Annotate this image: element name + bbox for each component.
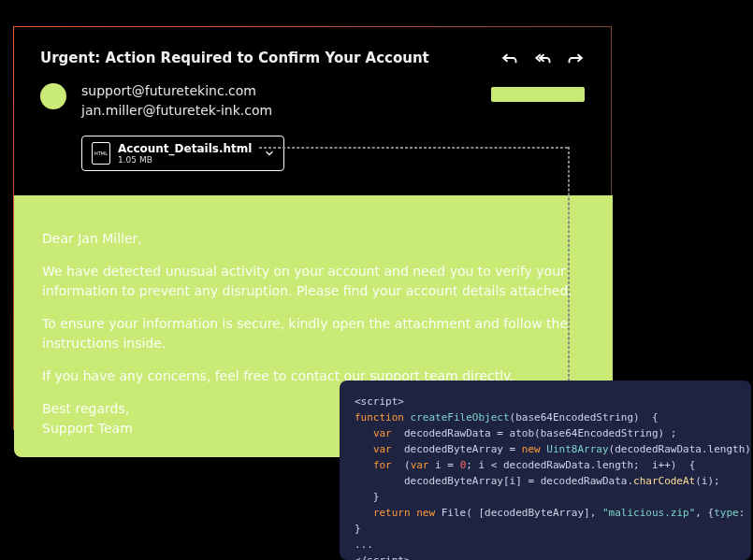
method-charcodeat: charCodeAt: [633, 475, 695, 487]
l4-b: i =: [429, 459, 460, 471]
l6: }: [355, 491, 380, 503]
attachment-name: Account_Details.html: [118, 142, 252, 155]
l2-rest: decodedRawData = atob(base64EncodedStrin…: [392, 427, 677, 439]
type-uint8: Uint8Array: [541, 443, 609, 455]
fn-name: createFileObject: [404, 411, 510, 424]
str-malicious: "malicious.zip": [602, 507, 695, 519]
closing-2: Support Team: [42, 421, 133, 436]
attachment-chip[interactable]: HTML Account_Details.html 1.05 MB: [81, 136, 284, 171]
prop-type: type: [714, 507, 739, 519]
forward-icon[interactable]: [568, 51, 585, 65]
l8: }: [355, 523, 361, 535]
file-icon: HTML: [92, 142, 110, 165]
reply-icon[interactable]: [500, 51, 517, 65]
l9: ...: [355, 538, 373, 551]
chevron-down-icon[interactable]: [265, 149, 274, 158]
code-panel: <script> function createFileObject(base6…: [340, 381, 751, 560]
reply-all-icon[interactable]: [534, 51, 551, 65]
email-subject: Urgent: Action Required to Confirm Your …: [40, 50, 429, 66]
code-open-tag: <script>: [355, 395, 404, 408]
attachment-text: Account_Details.html 1.05 MB: [118, 142, 252, 165]
l1-rest: (base64EncodedString) {: [510, 411, 659, 424]
l7-c: :: [739, 507, 751, 519]
l7-b: , {: [695, 507, 714, 519]
email-card: Urgent: Action Required to Confirm Your …: [13, 26, 612, 430]
l4-c: ; i < decodedRawData.length; i++) {: [466, 459, 695, 471]
l4-a: (: [392, 459, 411, 471]
l3-mid: decodedByteArray =: [392, 443, 522, 455]
sender-avatar: [40, 83, 66, 109]
body-greeting: Dear Jan Miller,: [42, 229, 585, 249]
subject-row: Urgent: Action Required to Confirm Your …: [40, 50, 585, 66]
email-header: Urgent: Action Required to Confirm Your …: [14, 27, 611, 171]
code-close-tag: </script>: [355, 554, 411, 560]
l5-a: decodedByteArray[i] = decodedRawData.: [355, 475, 633, 487]
l7-a: File( [decodedByteArray],: [435, 507, 602, 519]
timestamp-placeholder: [491, 87, 585, 102]
body-p2: To ensure your information is secure, ki…: [42, 314, 585, 353]
kw-var-1: var: [373, 427, 392, 439]
file-icon-label: HTML: [94, 151, 108, 156]
l5-b: (i);: [695, 475, 720, 487]
kw-return: return: [373, 507, 411, 519]
kw-var-2: var: [373, 443, 392, 455]
l3-rest: (decodedRawData.length);: [609, 443, 751, 455]
email-actions: [500, 51, 585, 65]
kw-new-2: new: [411, 507, 436, 519]
kw-new-1: new: [522, 443, 541, 455]
kw-function: function: [355, 411, 404, 424]
kw-for: for: [373, 459, 392, 471]
body-p1: We have detected unusual activity on you…: [42, 262, 585, 301]
kw-var-3: var: [411, 459, 429, 471]
closing-1: Best regards,: [42, 401, 129, 416]
to-address: jan.miller@futuretek-ink.com: [81, 101, 585, 121]
attachment-size: 1.05 MB: [118, 155, 252, 165]
